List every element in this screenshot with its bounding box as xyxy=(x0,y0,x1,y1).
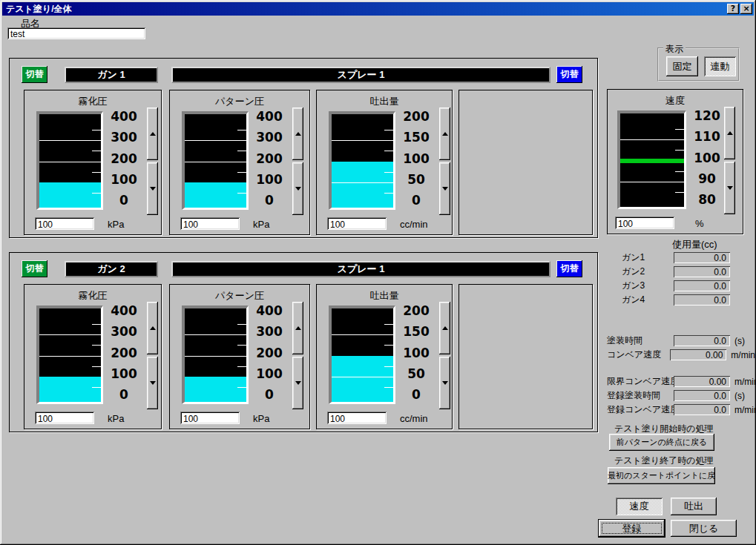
metric-value: 0.0 xyxy=(674,390,730,401)
down-arrow-icon xyxy=(295,381,301,385)
linked-button[interactable]: 連動 xyxy=(704,56,736,76)
gun1-pattern-pressure-panel: パターン圧 4003002001000 kPa xyxy=(169,90,310,235)
up-arrow-icon xyxy=(442,132,448,136)
spin-down-button[interactable] xyxy=(439,162,450,215)
spin-down-button[interactable] xyxy=(292,162,303,215)
gun1-atomization-pressure-panel: 霧化圧 4003002001000 kPa xyxy=(24,90,162,235)
gun2-name-display: ガン 2 xyxy=(65,261,158,277)
gauge-unit-label: % xyxy=(695,218,704,229)
gun1-name-display: ガン 1 xyxy=(65,67,158,83)
metric-row: 塗装時間 0.0 (s) xyxy=(607,334,755,348)
title-bar: テスト塗り/全体 ? × xyxy=(2,2,754,16)
gauge-value-input[interactable] xyxy=(327,412,387,424)
gauge-bar xyxy=(36,305,103,404)
gauge-value-input[interactable] xyxy=(180,217,240,230)
up-arrow-icon xyxy=(295,132,301,136)
close-button[interactable]: × xyxy=(740,4,752,14)
metric-unit: (s) xyxy=(734,391,745,401)
fixed-button[interactable]: 固定 xyxy=(666,56,698,76)
gauge-scale: 4003002001000 xyxy=(105,305,143,399)
gauge-spinner xyxy=(292,108,303,215)
gun2-spray-display: スプレー 1 xyxy=(171,261,550,277)
metric-label: コンベア速度 xyxy=(607,349,670,361)
display-mode-group-label: 表示 xyxy=(663,43,686,56)
usage-row-value: 0.0 xyxy=(674,280,730,291)
gauge-bar xyxy=(182,111,249,210)
window-title: テスト塗り/全体 xyxy=(6,3,726,16)
gauge-spinner xyxy=(439,108,450,215)
spin-down-button[interactable] xyxy=(147,357,158,409)
down-arrow-icon xyxy=(442,381,448,385)
usage-row: ガン3 0.0 xyxy=(607,279,755,293)
gauge-value-input[interactable] xyxy=(180,412,240,424)
metric-unit: m/min xyxy=(731,350,755,360)
return-to-first-start-point-button[interactable]: 最初のスタートポイントに戻る xyxy=(608,467,715,484)
spin-up-button[interactable] xyxy=(292,302,303,354)
gun2-switch-spray-button[interactable]: 切替 xyxy=(556,260,582,277)
spin-up-button[interactable] xyxy=(724,107,735,159)
gauge-scale: 200150100500 xyxy=(397,305,435,399)
down-arrow-icon xyxy=(442,187,448,191)
up-arrow-icon xyxy=(442,326,448,330)
gauge-value-input[interactable] xyxy=(615,217,674,229)
close-dialog-button[interactable]: 閉じる xyxy=(671,520,737,537)
register-button[interactable]: 登録 xyxy=(599,520,665,537)
down-arrow-icon xyxy=(727,186,733,190)
spin-up-button[interactable] xyxy=(292,108,303,160)
usage-row-value: 0.0 xyxy=(674,252,730,263)
gun2-empty-panel xyxy=(458,284,593,429)
gun1-section: 切替 ガン 1 スプレー 1 切替 霧化圧 4003002001000 kPa … xyxy=(9,58,598,238)
usage-row-label: ガン3 xyxy=(607,280,674,292)
usage-row-label: ガン1 xyxy=(607,251,674,264)
up-arrow-icon xyxy=(150,132,156,136)
metric-unit: m/min xyxy=(734,405,756,415)
gauge-bar xyxy=(36,111,103,210)
return-to-previous-pattern-end-button[interactable]: 前パターンの終点に戻る xyxy=(609,434,714,451)
metric-label: 塗装時間 xyxy=(607,334,674,347)
gun1-switch-spray-button[interactable]: 切替 xyxy=(556,66,582,83)
spin-up-button[interactable] xyxy=(147,302,158,354)
spin-down-button[interactable] xyxy=(439,357,450,409)
speed-mode-button[interactable]: 速度 xyxy=(616,498,663,515)
gauge-bar xyxy=(329,111,395,210)
usage-row-value: 0.0 xyxy=(674,294,730,305)
metric-row: 登録コンベア速度 0.0 m/min xyxy=(607,403,755,417)
spin-up-button[interactable] xyxy=(439,108,450,160)
metric-value: 0.0 xyxy=(674,335,730,346)
gun1-switch-gun-button[interactable]: 切替 xyxy=(22,66,47,83)
down-arrow-icon xyxy=(150,381,156,385)
metric-row: 登録塗装時間 0.0 (s) xyxy=(607,389,755,403)
metric-label: 限界コンベア速度 xyxy=(607,375,674,388)
gauge-unit-label: cc/min xyxy=(400,413,428,424)
usage-row-value: 0.0 xyxy=(674,266,730,277)
spin-up-button[interactable] xyxy=(439,302,450,354)
help-button[interactable]: ? xyxy=(727,4,739,14)
usage-row-label: ガン2 xyxy=(607,265,674,278)
gun1-empty-panel xyxy=(458,90,593,235)
spin-down-button[interactable] xyxy=(147,162,158,215)
speed-panel: 速度 1201101009080 % xyxy=(607,89,743,234)
product-name-input[interactable] xyxy=(7,27,145,39)
spin-down-button[interactable] xyxy=(724,162,735,214)
gauge-value-input[interactable] xyxy=(327,217,387,230)
gauge-bar xyxy=(182,305,249,404)
down-arrow-icon xyxy=(295,187,301,191)
discharge-mode-button[interactable]: 吐出 xyxy=(671,498,717,515)
metric-value: 0.00 xyxy=(674,376,730,387)
gauge-scale: 4003002001000 xyxy=(250,305,289,399)
gun1-spray-display: スプレー 1 xyxy=(171,67,550,83)
gauge-value-input[interactable] xyxy=(35,217,94,230)
spin-up-button[interactable] xyxy=(147,108,158,160)
metric-unit: m/min xyxy=(734,377,756,387)
up-arrow-icon xyxy=(295,326,301,330)
metric-row: 限界コンベア速度 0.00 m/min xyxy=(607,374,755,389)
gun2-switch-gun-button[interactable]: 切替 xyxy=(22,260,47,277)
usage-row: ガン2 0.0 xyxy=(607,265,755,279)
test-end-procedure-label: テスト塗り終了時の処理 xyxy=(614,455,713,467)
metric-row: コンベア速度 0.00 m/min xyxy=(607,348,755,362)
spin-down-button[interactable] xyxy=(292,357,303,409)
time-speed-metrics: 塗装時間 0.0 (s) コンベア速度 0.00 m/min xyxy=(607,334,755,362)
gauge-value-input[interactable] xyxy=(35,412,94,424)
dialog-window: テスト塗り/全体 ? × 品名 表示 固定 連動 切替 ガン 1 スプレー 1 … xyxy=(0,0,756,545)
gauge-scale: 1201101009080 xyxy=(688,110,726,204)
